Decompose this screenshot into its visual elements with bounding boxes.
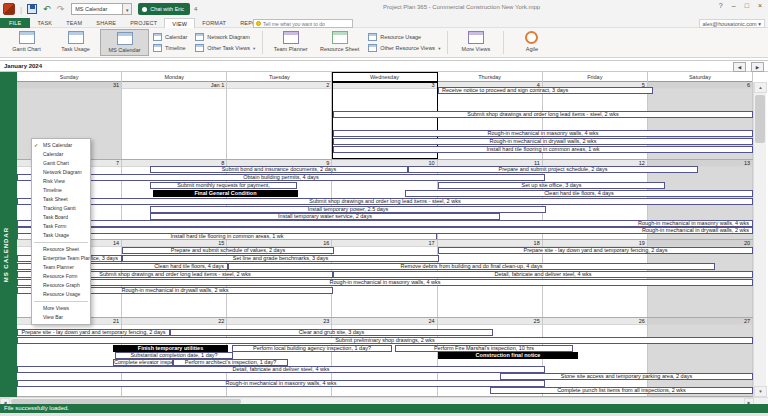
task-bar[interactable]: Rough-in mechanical in masonry walls, 4 … bbox=[333, 130, 753, 137]
views-menu-item[interactable]: Network Diagram bbox=[32, 168, 90, 177]
calendar-icon bbox=[153, 33, 162, 41]
views-menu-item[interactable]: View Bar bbox=[32, 313, 90, 322]
resource-sheet-button[interactable]: Resource Sheet bbox=[315, 29, 364, 56]
task-bar[interactable]: Install temporary water service, 2 days bbox=[150, 213, 500, 220]
task-bar[interactable]: Rough-in mechanical in masonry walls, 4 … bbox=[17, 279, 753, 286]
task-bar[interactable]: Prepare site - lay down yard and tempora… bbox=[438, 247, 753, 254]
undo-icon[interactable]: ↶ bbox=[43, 3, 51, 15]
task-bar[interactable]: Set up site office, 3 days bbox=[438, 182, 665, 189]
calendar-button[interactable]: Calendar bbox=[153, 33, 187, 41]
scroll-down-icon[interactable]: ▼ bbox=[754, 386, 767, 397]
redo-icon[interactable]: ↷ bbox=[57, 3, 65, 15]
task-bar[interactable]: Install temporary power, 2.5 days bbox=[150, 206, 546, 213]
views-menu-item[interactable]: Task Board bbox=[32, 213, 90, 222]
task-bar[interactable]: Detail, fabricate and deliver steel, 4 w… bbox=[333, 271, 753, 278]
help-button[interactable]: ? bbox=[719, 2, 723, 9]
task-bar[interactable]: Perform Fire Marshal's inspection, 10 hr… bbox=[395, 345, 573, 352]
task-bar[interactable]: Rough-in mechanical in masonry walls, 4 … bbox=[17, 380, 545, 387]
task-bar[interactable]: Stone site access and temporary parking … bbox=[500, 373, 753, 380]
horizontal-scrollbar[interactable]: ◀ ▶ bbox=[0, 397, 768, 404]
task-bar[interactable]: Complete elevator inspec bbox=[113, 359, 173, 366]
task-bar[interactable]: Obtain building permits, 4 days bbox=[17, 174, 545, 181]
menu-item[interactable]: TASK bbox=[30, 18, 59, 28]
timeline-button[interactable]: Timeline bbox=[153, 44, 187, 52]
task-bar[interactable]: Construction final notice bbox=[438, 352, 578, 359]
task-usage-button[interactable]: Task Usage bbox=[51, 29, 100, 56]
more-views-button[interactable]: More Views bbox=[451, 29, 500, 56]
menu-item[interactable]: FILE bbox=[0, 18, 30, 28]
views-menu-item[interactable]: Task Form bbox=[32, 222, 90, 231]
task-bar[interactable]: Clean hard tile floors, 4 days bbox=[405, 190, 753, 197]
views-menu-item[interactable]: Resource Sheet bbox=[32, 245, 90, 254]
task-bar[interactable]: Prepare site - lay down yard and tempora… bbox=[17, 329, 170, 336]
views-menu-item[interactable]: More Views bbox=[32, 304, 90, 313]
task-bar[interactable]: Submit monthly requests for payment, bbox=[150, 182, 297, 189]
previous-month-button[interactable]: ◀ bbox=[733, 62, 746, 72]
gantt-chart-button[interactable]: Gantt Chart bbox=[2, 29, 51, 56]
task-bar[interactable]: Perform local building agency inspection… bbox=[232, 345, 392, 352]
team-planner-button[interactable]: Team Planner bbox=[266, 29, 315, 56]
menu-item[interactable]: VIEW bbox=[164, 18, 195, 28]
close-button[interactable]: × bbox=[758, 2, 762, 9]
chevron-down-icon[interactable]: ▾ bbox=[123, 3, 132, 15]
task-bar[interactable]: Rough-in mechanical in drywall walls, 2 … bbox=[333, 138, 753, 145]
minimize-button[interactable]: – bbox=[732, 2, 736, 9]
vertical-scrollbar[interactable]: ▲ ▼ bbox=[753, 82, 766, 397]
resource-usage-button[interactable]: Resource Usage bbox=[368, 33, 440, 41]
task-bar[interactable]: Rough-in mechanical in masonry walls, 4 … bbox=[17, 220, 753, 227]
views-menu-item[interactable]: Tracking Gantt bbox=[32, 204, 90, 213]
menu-item[interactable]: SHARE bbox=[89, 18, 123, 28]
task-bar[interactable]: Prepare and submit project schedule, 2 d… bbox=[408, 166, 698, 173]
task-bar[interactable]: Complete punch list items from all inspe… bbox=[490, 387, 753, 394]
task-bar[interactable]: Clear and grub site, 3 days bbox=[170, 329, 493, 336]
views-menu-item[interactable]: Task Usage bbox=[32, 231, 90, 240]
task-bar[interactable]: Receive notice to proceed and sign contr… bbox=[438, 87, 653, 94]
tell-me-input[interactable] bbox=[263, 21, 350, 27]
task-bar[interactable]: Final General Condition bbox=[153, 190, 298, 197]
views-menu-item[interactable] bbox=[34, 301, 88, 302]
views-menu-item[interactable] bbox=[34, 242, 88, 243]
views-menu-item[interactable]: Resource Usage bbox=[32, 290, 90, 299]
views-menu-item[interactable]: Resource Form bbox=[32, 272, 90, 281]
agile-button[interactable]: Agile bbox=[507, 29, 556, 56]
vertical-scroll-thumb[interactable] bbox=[755, 95, 765, 143]
view-selector-value[interactable]: MS Calendar bbox=[71, 3, 123, 15]
tell-me-search[interactable] bbox=[253, 19, 353, 28]
save-icon[interactable] bbox=[27, 4, 37, 14]
views-menu-item[interactable]: ✓ MS Calendar bbox=[32, 141, 90, 150]
task-bar[interactable]: Submit preliminary shop drawings, 2 wks bbox=[17, 337, 753, 344]
views-menu-item[interactable]: Calendar bbox=[32, 150, 90, 159]
menu-item[interactable]: FORMAT bbox=[195, 18, 233, 28]
views-menu-item[interactable]: Enterprise Team Planner bbox=[32, 254, 90, 263]
task-bar[interactable]: Prepare and submit schedule of values, 2… bbox=[122, 247, 334, 254]
next-month-button[interactable]: ▶ bbox=[751, 62, 764, 72]
task-bar[interactable]: Set line and grade benchmarks, 3 days bbox=[122, 255, 439, 262]
task-bar[interactable]: Detail, fabricate and deliver steel, 4 w… bbox=[17, 366, 545, 373]
chat-with-eric-button[interactable]: Chat with Eric bbox=[138, 3, 190, 15]
views-menu-item[interactable]: Task Sheet bbox=[32, 195, 90, 204]
task-bar[interactable]: Substantial completion date, 1 day? bbox=[115, 352, 233, 359]
task-bar[interactable]: Submit shop drawings and order long lead… bbox=[17, 198, 753, 205]
views-menu-item[interactable]: Risk View bbox=[32, 177, 90, 186]
scroll-up-icon[interactable]: ▲ bbox=[754, 82, 767, 93]
ms-calendar-button[interactable]: MS Calendar bbox=[100, 29, 149, 56]
other-resource-views-button[interactable]: Other Resource Views ▾ bbox=[368, 44, 440, 52]
account-menu[interactable]: alex@housatonic.com ▾ bbox=[699, 19, 766, 28]
restore-button[interactable]: □ bbox=[745, 2, 749, 9]
task-bar[interactable]: Install hard tile flooring in common are… bbox=[333, 146, 753, 153]
views-menu-item[interactable]: Gantt Chart bbox=[32, 159, 90, 168]
chat-badge: 4 bbox=[194, 6, 197, 12]
task-bar[interactable]: Finish temporary utilities bbox=[113, 345, 228, 352]
menu-item[interactable]: PROJECT bbox=[123, 18, 164, 28]
task-bar[interactable]: Remove debris from building and do final… bbox=[228, 263, 715, 270]
views-menu-item[interactable]: Timeline bbox=[32, 186, 90, 195]
task-bar[interactable]: Perform architect's inspection, 1 day? bbox=[173, 359, 288, 366]
view-selector-combo[interactable]: MS Calendar ▾ bbox=[71, 3, 132, 15]
task-bar[interactable]: Submit shop drawings and order long lead… bbox=[333, 111, 753, 118]
network-diagram-button[interactable]: Network Diagram bbox=[195, 33, 255, 41]
other-task-views-button[interactable]: Other Task Views ▾ bbox=[195, 44, 255, 52]
task-bar[interactable]: Submit bond and insurance documents, 2 d… bbox=[150, 166, 408, 173]
menu-item[interactable]: TEAM bbox=[59, 18, 89, 28]
views-menu-item[interactable]: Resource Graph bbox=[32, 281, 90, 290]
views-menu-item[interactable]: Team Planner bbox=[32, 263, 90, 272]
